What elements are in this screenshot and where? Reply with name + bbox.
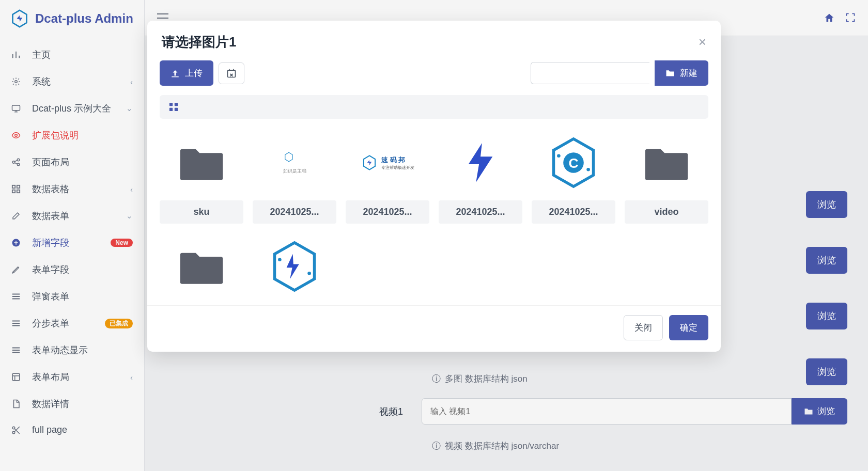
svg-rect-17: [169, 108, 173, 111]
modal-title: 请选择图片1: [162, 33, 236, 51]
image-thumbnail: C: [535, 129, 612, 196]
file-item-6[interactable]: [160, 233, 243, 300]
image-thumbnail: [256, 233, 333, 300]
upload-button[interactable]: 上传: [160, 60, 213, 86]
search-input[interactable]: [531, 62, 649, 84]
svg-rect-16: [175, 103, 178, 106]
calendar-delete-button[interactable]: [219, 62, 244, 84]
breadcrumb-bar: [160, 95, 708, 119]
new-folder-button[interactable]: 新建: [655, 60, 708, 86]
svg-point-23: [278, 258, 282, 262]
image-thumbnail: [442, 129, 519, 196]
file-grid: sku如识是主档20241025...速 码 邦专注帮助极速开发20241025…: [147, 119, 721, 305]
grid-view-icon[interactable]: [169, 102, 178, 112]
folder-icon: [163, 233, 240, 300]
file-name: sku: [160, 200, 243, 224]
file-item-1[interactable]: 如识是主档20241025...: [253, 129, 336, 224]
svg-rect-15: [169, 103, 173, 106]
file-name: 20241025...: [346, 200, 429, 224]
image-thumbnail: 速 码 邦专注帮助极速开发: [349, 129, 426, 196]
svg-point-21: [557, 154, 561, 158]
modal-header: 请选择图片1 ×: [147, 21, 721, 60]
file-item-2[interactable]: 速 码 邦专注帮助极速开发20241025...: [346, 129, 429, 224]
confirm-button[interactable]: 确定: [669, 315, 708, 340]
file-name: 20241025...: [532, 200, 615, 224]
modal-toolbar: 上传 新建: [147, 60, 721, 95]
svg-point-22: [586, 168, 590, 171]
svg-text:C: C: [568, 155, 578, 171]
svg-rect-18: [175, 108, 178, 111]
svg-point-24: [307, 272, 311, 275]
file-item-3[interactable]: 20241025...: [439, 129, 522, 224]
close-button[interactable]: 关闭: [624, 315, 663, 340]
image-thumbnail: 如识是主档: [256, 129, 333, 196]
file-item-7[interactable]: [253, 233, 336, 300]
modal-footer: 关闭 确定: [147, 305, 721, 352]
file-name: 20241025...: [439, 200, 522, 224]
modal-overlay[interactable]: 请选择图片1 × 上传 新建 sku如识是主档20241025...速 码 邦专…: [0, 0, 868, 471]
file-name: 20241025...: [253, 200, 336, 224]
file-name: video: [625, 200, 708, 224]
modal: 请选择图片1 × 上传 新建 sku如识是主档20241025...速 码 邦专…: [147, 21, 721, 352]
modal-close-button[interactable]: ×: [699, 34, 706, 50]
file-item-5[interactable]: video: [625, 129, 708, 224]
svg-rect-14: [228, 70, 236, 77]
folder-icon: [628, 129, 705, 196]
file-item-0[interactable]: sku: [160, 129, 243, 224]
file-item-4[interactable]: C20241025...: [532, 129, 615, 224]
folder-icon: [163, 129, 240, 196]
